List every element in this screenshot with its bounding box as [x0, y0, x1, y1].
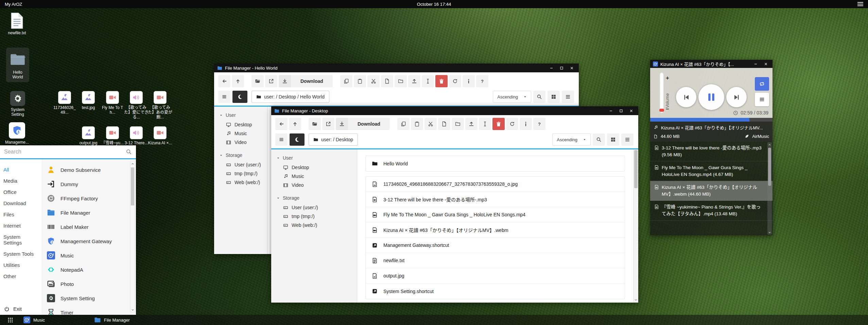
dark-mode-button[interactable]	[232, 91, 247, 103]
app-item-file-manager[interactable]: File Manager	[47, 205, 130, 220]
category-files[interactable]: Files	[0, 209, 41, 220]
desktop-icon-system-setting[interactable]: System Setting	[5, 91, 30, 117]
sidebar-item-desktop[interactable]: Desktop	[271, 163, 357, 172]
up-button[interactable]	[289, 118, 301, 130]
close-button[interactable]	[568, 65, 576, 71]
menu-button[interactable]	[218, 91, 230, 103]
scroll-down-icon[interactable]	[131, 307, 135, 312]
sidebar-group-header[interactable]: Storage	[271, 193, 357, 203]
app-item-music[interactable]: Music	[47, 248, 130, 263]
paste-button[interactable]	[411, 118, 423, 130]
app-item-management-gateway[interactable]: Management Gateway	[47, 234, 130, 248]
app-item-dummy[interactable]: Dummy	[47, 177, 130, 191]
sidebar-item-video[interactable]: Video	[214, 138, 267, 147]
new-file-button[interactable]	[438, 118, 450, 130]
playlist-item[interactable]: Fly Me To The Moon _ Gawr Gura Sings _ H…	[650, 161, 772, 181]
cut-button[interactable]	[424, 118, 437, 130]
file-row[interactable]: Kizuna AI × 花譜 #63「かりそめ」【オリジナルMV】.webm	[366, 222, 625, 238]
app-grid-icon[interactable]	[7, 317, 13, 323]
folder-row[interactable]: Hello World	[366, 156, 625, 171]
sidebar-item-tmp-tmp-[interactable]: tmp (tmp:/)	[214, 169, 267, 178]
scroll-up-icon[interactable]	[131, 161, 135, 166]
category-office[interactable]: Office	[0, 186, 41, 198]
file-list-scrollbar[interactable]	[633, 149, 638, 303]
open-folder-button[interactable]	[309, 118, 321, 130]
playlist-item[interactable]: 『雪峰 ~yukimine~ Piano & Strings Ver.』を歌って…	[650, 201, 772, 220]
search-button[interactable]	[533, 91, 545, 103]
exit-button[interactable]: Exit	[4, 306, 22, 312]
sidebar-item-web-web-[interactable]: Web (web:/)	[214, 178, 267, 187]
search-input[interactable]	[4, 149, 126, 155]
back-button[interactable]	[275, 118, 288, 130]
scrollbar-thumb[interactable]	[131, 167, 134, 205]
cut-button[interactable]	[367, 75, 380, 87]
scrollbar-thumb[interactable]	[634, 150, 638, 188]
dark-mode-button[interactable]	[290, 133, 305, 146]
scroll-down-icon[interactable]	[633, 297, 638, 303]
app-item-system-setting[interactable]: System Setting	[47, 291, 130, 305]
info-button[interactable]	[520, 118, 532, 130]
desktop-icon-file[interactable]: 『雪峰~yu...	[100, 126, 125, 145]
app-item-label-maker[interactable]: Label Maker	[47, 220, 130, 234]
rename-button[interactable]	[422, 75, 434, 87]
category-utilities[interactable]: Utilities	[0, 259, 41, 271]
external-link-button[interactable]	[322, 118, 334, 130]
desktop-icon-management-gateway[interactable]: Manageme...	[5, 122, 29, 145]
desktop-icon-hello-world[interactable]: Hello World	[5, 48, 30, 82]
app-item-ffmpeg-factory[interactable]: FFmpeg Factory	[47, 191, 130, 205]
taskbar-item-file-manager[interactable]: File Manager	[94, 317, 130, 323]
playlist-item[interactable]: 3-12 There will be love there -愛のある場所-.m…	[650, 142, 772, 161]
volume-slider[interactable]	[660, 72, 664, 113]
info-button[interactable]	[463, 75, 475, 87]
file-row[interactable]: 3-12 There will be love there -愛のある場所-.m…	[366, 192, 625, 207]
minimize-button[interactable]	[547, 65, 555, 71]
window-titlebar[interactable]: Kizuna AI × 花譜 #63「かりそめ」【...	[650, 60, 772, 68]
desktop-icon-file[interactable]: Fly Me To Th...	[100, 91, 125, 115]
category-system-settings[interactable]: System Settings	[0, 231, 41, 248]
desktop-icon-file[interactable]: output.jpg	[76, 126, 101, 145]
refresh-button[interactable]	[449, 75, 461, 87]
new-folder-button[interactable]	[452, 118, 464, 130]
external-link-button[interactable]	[265, 75, 277, 87]
download-button[interactable]: Download	[279, 75, 333, 87]
scrollbar-thumb[interactable]	[768, 148, 771, 186]
file-row[interactable]: Management Gateway.shortcut	[366, 238, 625, 253]
category-internet[interactable]: Internet	[0, 220, 41, 231]
file-row[interactable]: output.jpg	[366, 268, 625, 284]
list-view-button[interactable]	[562, 91, 574, 103]
next-track-button[interactable]	[726, 87, 747, 107]
repeat-button[interactable]	[755, 77, 769, 91]
maximize-button[interactable]	[617, 107, 625, 114]
open-folder-button[interactable]	[251, 75, 264, 87]
upload-button[interactable]	[408, 75, 420, 87]
copy-button[interactable]	[397, 118, 410, 130]
grid-view-button[interactable]	[548, 91, 560, 103]
sidebar-item-desktop[interactable]: Desktop	[214, 120, 267, 129]
upload-button[interactable]	[465, 118, 478, 130]
file-row[interactable]: 117346026_4968186883206677_3276783073763…	[366, 177, 625, 192]
sidebar-item-video[interactable]: Video	[271, 181, 357, 189]
hamburger-menu-icon[interactable]	[857, 2, 863, 6]
search-button[interactable]	[593, 133, 605, 146]
minimize-button[interactable]	[751, 60, 760, 67]
search-icon[interactable]	[126, 149, 132, 155]
scroll-down-icon[interactable]	[767, 230, 772, 235]
previous-track-button[interactable]	[676, 87, 696, 107]
playlist-item[interactable]: Kizuna AI × 花譜 #63「かりそめ」【オリジナルMV】.webm (…	[650, 181, 772, 201]
category-other[interactable]: Other	[0, 271, 41, 282]
sort-dropdown[interactable]: Ascending	[493, 91, 531, 103]
pause-button[interactable]	[698, 84, 724, 110]
maximize-button[interactable]	[557, 65, 566, 71]
sidebar-item-web-web-[interactable]: Web (web:/)	[271, 221, 357, 230]
sidebar-item-tmp-tmp-[interactable]: tmp (tmp:/)	[271, 212, 357, 221]
close-button[interactable]	[627, 107, 635, 114]
new-file-button[interactable]	[381, 75, 393, 87]
category-download[interactable]: Download	[0, 198, 41, 209]
refresh-button[interactable]	[506, 118, 518, 130]
desktop-icon-file[interactable]: test.jpg	[76, 91, 101, 110]
desktop-icon-file[interactable]: Kizuna AI ×...	[148, 126, 172, 145]
list-view-button[interactable]	[621, 133, 633, 146]
category-all[interactable]: All	[0, 164, 41, 175]
new-folder-button[interactable]	[395, 75, 407, 87]
window-titlebar[interactable]: File Manager - Hello World	[214, 64, 579, 72]
